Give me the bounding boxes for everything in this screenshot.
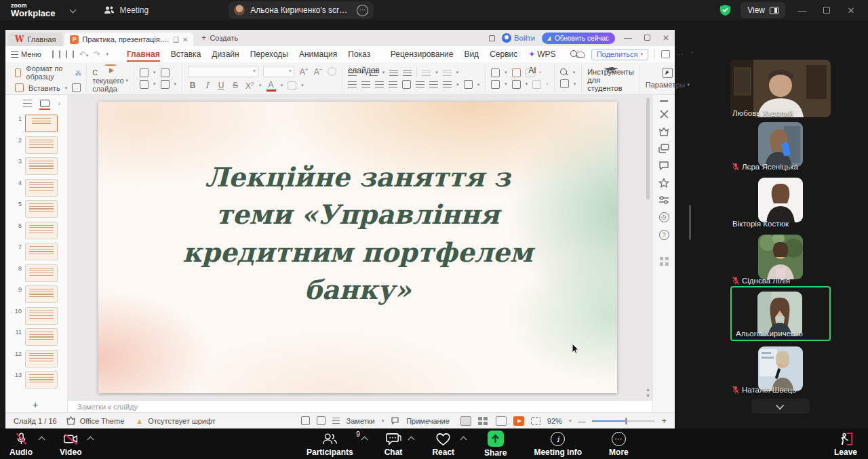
normal-view-icon[interactable] bbox=[460, 416, 471, 426]
task-window-icon[interactable] bbox=[301, 416, 310, 425]
participant-tile[interactable]: Сіднєва Лілія bbox=[730, 233, 831, 285]
slide-thumbnail[interactable] bbox=[25, 264, 58, 282]
slide-thumb-row[interactable]: 9 bbox=[5, 285, 67, 304]
history-clock-icon[interactable]: ◷ bbox=[659, 212, 669, 222]
theme-name[interactable]: Office Theme bbox=[80, 417, 125, 425]
more-commands-icon[interactable]: ▾ bbox=[106, 52, 108, 57]
slide-thumbnail[interactable] bbox=[25, 328, 58, 346]
login-button[interactable]: Войти bbox=[502, 33, 535, 43]
slide-thumb-row[interactable]: 3 bbox=[5, 157, 67, 176]
slide-thumbnail[interactable] bbox=[25, 200, 58, 218]
settings-sliders-icon[interactable] bbox=[658, 195, 669, 205]
slide-scrollbar[interactable] bbox=[646, 98, 650, 384]
slide-thumb-row[interactable]: 12 bbox=[5, 350, 67, 368]
tab-pin-icon[interactable]: ❑ bbox=[173, 36, 179, 43]
view-button[interactable]: View bbox=[741, 2, 785, 18]
column-spacing-icon[interactable] bbox=[429, 81, 438, 87]
avatar-placeholder-icon[interactable] bbox=[526, 68, 534, 77]
more-participants-button[interactable] bbox=[751, 399, 810, 414]
ribbon-tab-view[interactable]: Вид bbox=[459, 46, 484, 62]
zoom-slider[interactable] bbox=[592, 420, 654, 422]
new-slide-icon[interactable] bbox=[140, 68, 149, 77]
tab-options-icon[interactable]: ⋯ bbox=[357, 5, 368, 16]
outline-view-icon[interactable] bbox=[23, 100, 32, 107]
add-slide-button[interactable]: + bbox=[5, 397, 67, 412]
notes-toggle-label[interactable]: Заметки bbox=[347, 417, 375, 425]
audio-options-chevron[interactable] bbox=[39, 437, 45, 443]
slide-thumb-row[interactable]: 11 bbox=[5, 328, 67, 346]
export-icon[interactable] bbox=[73, 50, 74, 58]
slide-thumb-row[interactable]: 10 bbox=[5, 307, 67, 325]
italic-button[interactable]: I bbox=[202, 81, 212, 90]
options-group[interactable]: Параметры▾ bbox=[640, 64, 695, 92]
play-from-current-label[interactable]: С текущего слайда bbox=[92, 68, 123, 93]
align-right-icon[interactable] bbox=[375, 81, 384, 87]
slide-thumb-row[interactable]: 1 bbox=[5, 115, 67, 133]
ribbon-tab-slideshow[interactable]: Показ слайдов bbox=[343, 46, 384, 62]
picture-icon[interactable] bbox=[512, 68, 521, 77]
security-shield-icon[interactable] bbox=[719, 4, 731, 16]
slide-thumb-row[interactable]: 4 bbox=[5, 179, 67, 197]
comment-flag-icon[interactable] bbox=[391, 417, 399, 425]
slide-thumb-row[interactable]: 8 bbox=[5, 264, 67, 283]
slide-thumbnail[interactable] bbox=[25, 307, 58, 325]
update-now-button[interactable]: Обновить сейчас bbox=[542, 33, 615, 44]
tab-close-icon[interactable]: ✕ bbox=[182, 36, 188, 43]
participant-tile[interactable]: Лєра Ясеніцька bbox=[730, 121, 831, 171]
font-name-select[interactable] bbox=[188, 66, 258, 77]
save-icon[interactable] bbox=[52, 50, 54, 58]
leave-button[interactable]: Leave bbox=[834, 432, 857, 457]
align-left-icon[interactable] bbox=[348, 81, 357, 87]
format-painter-label[interactable]: Формат по образцу bbox=[26, 64, 70, 81]
ribbon-tab-tools[interactable]: Сервис bbox=[485, 46, 522, 62]
theme-badge-icon[interactable] bbox=[658, 127, 669, 136]
superscript-button[interactable]: X2 bbox=[245, 81, 254, 91]
slide-thumbnail[interactable] bbox=[25, 222, 58, 239]
slide-thumbnail[interactable] bbox=[25, 157, 58, 175]
collapse-strip-icon[interactable] bbox=[660, 100, 668, 102]
print-preview-icon[interactable] bbox=[59, 50, 60, 58]
slide-thumb-row[interactable]: 6 bbox=[5, 222, 67, 240]
increase-indent-icon[interactable] bbox=[403, 70, 412, 76]
ribbon-tab-wps-ai[interactable]: ✦WPS AI bbox=[524, 46, 560, 62]
slide-thumb-row[interactable]: 13 bbox=[5, 371, 67, 389]
paste-label[interactable]: Вставить bbox=[28, 84, 60, 92]
distribute-text-icon[interactable] bbox=[402, 80, 411, 89]
switch-window-icon[interactable] bbox=[661, 50, 670, 58]
ribbon-tab-transitions[interactable]: Переходы bbox=[245, 46, 293, 62]
video-button[interactable]: Video bbox=[60, 432, 81, 457]
participants-button[interactable]: 9 Participants bbox=[307, 432, 353, 458]
grow-font-button[interactable]: A+ bbox=[299, 66, 309, 77]
collapse-ribbon-icon[interactable]: ⌃ bbox=[690, 51, 695, 58]
slide-thumb-row[interactable]: 7 bbox=[5, 243, 67, 261]
fit-slide-icon[interactable] bbox=[531, 417, 540, 425]
video-options-chevron[interactable] bbox=[87, 437, 94, 443]
slide-editor-area[interactable]: Лекційне заняття з теми «Управління кред… bbox=[68, 95, 652, 400]
slide-nav-arrows[interactable]: ▲▼ bbox=[645, 386, 651, 399]
decrease-indent-icon[interactable] bbox=[389, 70, 398, 76]
window-mode-icon[interactable] bbox=[489, 35, 495, 41]
slide-thumbnail[interactable] bbox=[25, 350, 58, 367]
font-size-select[interactable] bbox=[263, 66, 294, 77]
slideshow-group[interactable]: С текущего слайда ▾ bbox=[87, 64, 134, 92]
participant-tile[interactable]: Любовь Худолий bbox=[730, 60, 831, 117]
shapes-icon[interactable] bbox=[491, 68, 500, 77]
text-box-icon[interactable] bbox=[491, 80, 500, 89]
apps-grid-icon[interactable] bbox=[660, 257, 669, 266]
redo-icon[interactable]: ↷ bbox=[94, 49, 100, 59]
tab-shared-screen[interactable]: Альона Кириченко's screen ⋯ bbox=[229, 1, 374, 19]
frame-icon[interactable] bbox=[532, 80, 541, 89]
list-level-icon[interactable] bbox=[443, 81, 452, 87]
zoom-in-button[interactable]: + bbox=[661, 416, 667, 426]
format-painter-icon[interactable] bbox=[15, 68, 21, 77]
ribbon-tab-review[interactable]: Рецензирование bbox=[386, 46, 458, 62]
slide-thumbnail[interactable] bbox=[25, 243, 58, 260]
window-minimize-button[interactable]: — bbox=[795, 5, 810, 16]
justify-icon[interactable] bbox=[389, 81, 397, 87]
participants-scrollbar[interactable] bbox=[689, 205, 691, 240]
tab-meeting[interactable]: Meeting bbox=[104, 5, 149, 15]
shrink-font-button[interactable]: A− bbox=[313, 66, 323, 77]
find-icon[interactable] bbox=[560, 68, 568, 77]
share-document-button[interactable]: Поделиться ▾ bbox=[591, 49, 648, 60]
slide-thumbnail[interactable] bbox=[25, 115, 58, 132]
